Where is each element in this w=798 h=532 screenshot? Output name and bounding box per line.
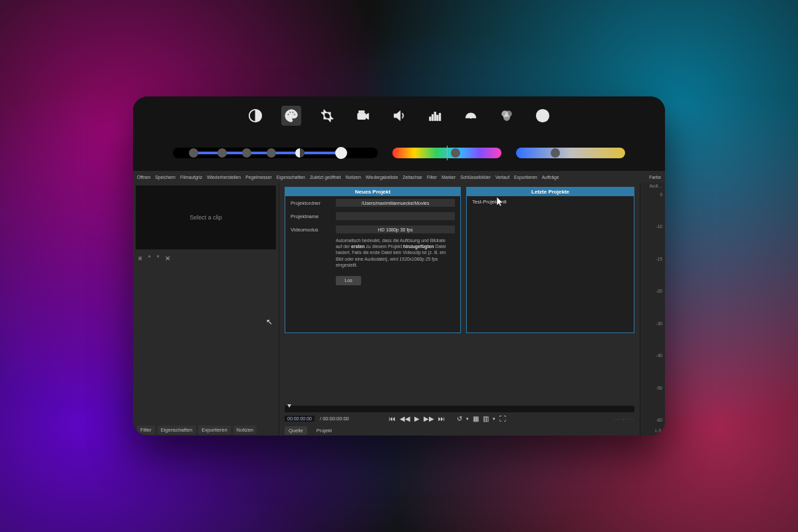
menu-item[interactable]: Schlüsselbilder [460, 175, 491, 180]
camera-icon[interactable] [353, 106, 373, 126]
tab-filter[interactable]: Filter [137, 426, 155, 434]
menu-item[interactable]: Exportieren [514, 175, 537, 180]
svg-rect-10 [437, 115, 438, 120]
menu-item[interactable]: Verlauf [495, 175, 509, 180]
menu-item[interactable]: Wiederherstellen [207, 175, 241, 180]
audio-meter: Audi… 0 -10 -15 -20 -30 -40 -50 -60 L 0 [640, 183, 665, 436]
fullscreen-icon[interactable]: ⛶ [499, 415, 506, 422]
svg-rect-5 [358, 113, 366, 119]
recent-projects-panel: Letzte Projekte Test-Projekt.mlt [466, 187, 634, 333]
start-button[interactable]: Los [336, 276, 361, 285]
svg-rect-9 [434, 112, 436, 121]
transport-bar: 00:00:00:00 / 00:00:00:00 ⏮ ◀◀ ▶ ▶▶ ⏭ ↺ … [279, 403, 640, 425]
timecode-input[interactable]: 00:00:00:00 [285, 416, 315, 422]
grid-icon[interactable]: ▥ [483, 415, 489, 422]
menu-item[interactable]: Pegelmesser [245, 175, 272, 180]
menu-item[interactable]: Eigenschaften [277, 175, 305, 180]
playback-buttons: ⏮ ◀◀ ▶ ▶▶ ⏭ ↺ ▾ ▦ ▥ ▾ ⛶ [389, 415, 506, 422]
color-wheels-icon[interactable] [497, 106, 517, 126]
recent-project-item[interactable]: Test-Projekt.mlt [467, 196, 634, 207]
svg-point-12 [470, 117, 471, 118]
name-field[interactable] [336, 212, 455, 220]
menu-item[interactable]: Speichern [155, 175, 176, 180]
name-label: Projektname [291, 213, 332, 219]
speedometer-icon[interactable] [461, 106, 481, 126]
menu-item[interactable]: Wiedergabeliste [366, 175, 398, 180]
palette-icon[interactable] [281, 106, 301, 126]
left-controls: ≡ ˄ ˅ ✕ [133, 252, 279, 264]
new-project-panel: Neues Projekt Projektordner /Users/maxim… [285, 187, 461, 333]
source-tabs: Quelle Projekt [279, 425, 640, 436]
left-tabs: Filter Eigenschaften Exportieren Notizen [133, 424, 279, 436]
skip-start-icon[interactable]: ⏮ [389, 415, 396, 422]
chevron-down-icon[interactable]: ▾ [466, 416, 469, 422]
audio-channel-label: L 0 [655, 428, 661, 433]
audio-meter-header: Audi… [649, 184, 662, 188]
tab-notes[interactable]: Notizen [233, 426, 257, 434]
hue-slider[interactable] [392, 148, 501, 158]
svg-rect-11 [439, 113, 440, 120]
zoom-fit-icon[interactable]: ▦ [473, 415, 479, 422]
timecode-total: / 00:00:00:00 [320, 416, 349, 422]
svg-point-2 [289, 112, 291, 113]
volume-icon[interactable] [389, 106, 409, 126]
center-column: Neues Projekt Projektordner /Users/maxim… [279, 183, 640, 436]
menu-item[interactable]: Aufträge [542, 175, 559, 180]
menu-item-right[interactable]: Farbe [649, 175, 661, 180]
panel-title: Neues Projekt [285, 188, 460, 196]
svg-rect-6 [359, 111, 364, 113]
menu-icon[interactable]: ≡ [138, 255, 142, 262]
menu-item[interactable]: Zuletzt geöffnet [310, 175, 341, 180]
audio-scale: 0 -10 -15 -20 -30 -40 -50 -60 [656, 192, 662, 422]
svg-rect-7 [430, 117, 431, 121]
loop-icon[interactable]: ↺ [457, 415, 462, 422]
svg-point-4 [294, 114, 295, 115]
menu-item[interactable]: Filmaufgriz [180, 175, 202, 180]
tab-properties[interactable]: Eigenschaften [158, 426, 196, 434]
left-column: Select a clip ≡ ˄ ˅ ✕ ↖ Filter Eigenscha… [133, 183, 279, 436]
svg-point-1 [287, 114, 289, 115]
contrast-icon[interactable] [245, 106, 265, 126]
scrub-bar[interactable] [285, 406, 634, 412]
menu-item[interactable]: Filter [427, 175, 437, 180]
rewind-icon[interactable]: ◀◀ [400, 415, 410, 422]
menu-item[interactable]: Notizen [346, 175, 361, 180]
info-icon[interactable] [533, 106, 553, 126]
clip-preview: Select a clip [136, 186, 276, 249]
levels-slider[interactable] [173, 148, 378, 158]
skip-end-icon[interactable]: ⏭ [438, 415, 445, 422]
svg-point-15 [503, 114, 509, 120]
temperature-slider[interactable] [516, 148, 625, 158]
mode-field[interactable]: HD 1080p 30 fps [336, 225, 455, 233]
tab-project[interactable]: Projekt [313, 426, 336, 435]
svg-rect-8 [432, 114, 433, 120]
app-window: Öffnen Speichern Filmaufgriz Wiederherst… [133, 96, 665, 436]
color-sliders [133, 135, 665, 171]
cursor-icon: ↖ [266, 317, 273, 327]
svg-point-3 [292, 112, 293, 113]
menu-strip: Öffnen Speichern Filmaufgriz Wiederherst… [133, 171, 665, 183]
inspector-toolbar [133, 96, 665, 135]
fast-forward-icon[interactable]: ▶▶ [424, 415, 434, 422]
crop-icon[interactable] [317, 106, 337, 126]
close-icon[interactable]: ✕ [165, 255, 170, 262]
panel-title: Letzte Projekte [467, 188, 634, 196]
auto-mode-description: Automatisch bedeutet, dass die Auflösung… [285, 236, 460, 272]
menu-item[interactable]: Öffnen [137, 175, 150, 180]
play-icon[interactable]: ▶ [414, 415, 420, 422]
chevron-down-icon[interactable]: ˅ [156, 255, 160, 262]
main-area: Select a clip ≡ ˄ ˅ ✕ ↖ Filter Eigenscha… [133, 183, 665, 436]
mode-label: Videomodus [291, 227, 332, 233]
folder-field[interactable]: /Users/maximiliannuecke/Movies [336, 199, 455, 207]
zoom-readout: ········ / ········ [613, 417, 634, 421]
chevron-down-icon[interactable]: ▾ [493, 416, 495, 422]
menu-item[interactable]: Zeitachse [402, 175, 422, 180]
equalizer-icon[interactable] [425, 106, 445, 126]
tab-export[interactable]: Exportieren [198, 426, 230, 434]
tab-source[interactable]: Quelle [285, 426, 307, 435]
chevron-up-icon[interactable]: ˄ [148, 255, 151, 262]
menu-item[interactable]: Marker [442, 175, 456, 180]
folder-label: Projektordner [291, 200, 332, 206]
